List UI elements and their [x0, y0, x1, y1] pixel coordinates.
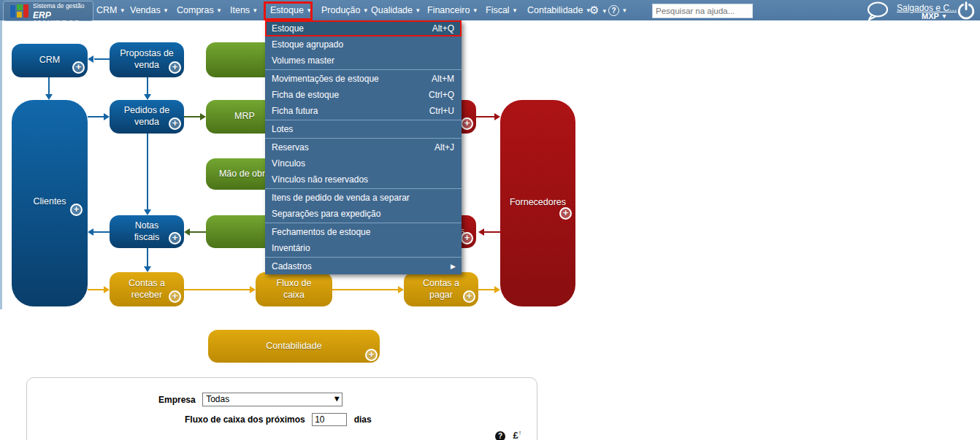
chevron-down-icon: ▾ [473, 7, 477, 14]
menu-separator [265, 188, 462, 189]
chevron-down-icon: ▾ [602, 7, 606, 15]
flow-box-pedidos-de-venda[interactable]: Pedidos de venda + [110, 100, 184, 134]
menu-item-estoque-agrupado[interactable]: Estoque agrupado [265, 36, 462, 53]
chevron-down-icon: ▾ [364, 7, 368, 14]
plus-icon[interactable]: + [463, 290, 475, 303]
fluxo-suffix-label: dias [354, 414, 372, 425]
fluxo-prefix-label: Fluxo de caixa dos próximos [185, 414, 305, 425]
chevron-down-icon: ▾ [623, 7, 627, 14]
flow-box-propostas-de-venda[interactable]: Propostas de venda + [110, 42, 184, 77]
nav-compras[interactable]: Compras▾ [177, 0, 221, 20]
menu-item-estoque[interactable]: EstoqueAlt+Q [265, 20, 462, 36]
cash-flow-filter-panel [26, 377, 537, 440]
help-icon[interactable]: ?▾ [608, 0, 627, 20]
settings-gear-icon[interactable]: ⚙▾ [589, 0, 606, 20]
nav-contabilidade[interactable]: Contabilidade▾ [527, 0, 590, 20]
logout-power-icon[interactable] [957, 1, 976, 23]
nav-producao[interactable]: Produção▾ [321, 0, 367, 20]
flow-arrow [478, 289, 494, 290]
menu-item-vinculos[interactable]: Vínculos [265, 155, 462, 171]
logo-block-green [17, 4, 23, 10]
currency-refresh-icon[interactable]: £↑ [513, 430, 521, 440]
flow-arrowhead [104, 113, 110, 120]
search-input[interactable] [652, 4, 753, 18]
plus-icon[interactable]: + [559, 207, 572, 220]
flow-box-contabilidade[interactable]: Contabilidade + [208, 330, 380, 363]
flow-arrowhead [494, 113, 500, 120]
menu-item-itens-de-pedido-de-venda-a-separar[interactable]: Itens de pedido de venda a separar [265, 190, 462, 206]
chevron-down-icon: ▾ [164, 7, 168, 14]
menu-item-ficha-futura[interactable]: Ficha futuraCtrl+U [265, 103, 462, 119]
menu-item-cadastros[interactable]: Cadastros ▶ [265, 258, 462, 274]
plus-icon[interactable]: + [169, 290, 181, 303]
nav-estoque[interactable]: Estoque▾ [270, 0, 310, 20]
menu-separator [265, 69, 462, 70]
nav-qualidade[interactable]: Qualidade▾ [371, 0, 420, 20]
flow-arrow [94, 58, 110, 60]
flow-arrowhead [478, 228, 484, 236]
plus-icon[interactable]: + [169, 117, 181, 130]
flow-arrow [88, 289, 104, 290]
plus-icon[interactable]: + [169, 61, 181, 74]
flow-arrowhead [494, 286, 500, 293]
flow-box-notas-fiscais[interactable]: Notas fiscais + [110, 215, 184, 248]
flow-arrow [332, 289, 398, 290]
account-org-selector[interactable]: MXP▾ [922, 12, 946, 20]
menu-item-reservas[interactable]: ReservasAlt+J [265, 139, 462, 155]
nav-itens[interactable]: Itens▾ [230, 0, 257, 20]
flow-arrow [147, 77, 148, 94]
app-logo[interactable]: Sistema de gestão ERP MAXIPROD [3, 1, 93, 21]
flow-arrowhead [45, 94, 53, 100]
menu-item-vinculos-nao-reservados[interactable]: Vínculos não reservados [265, 171, 462, 188]
plus-icon[interactable]: + [70, 204, 83, 216]
flow-arrow [93, 231, 110, 233]
flow-box-fluxo-de-caixa[interactable]: Fluxo de caixa [256, 272, 332, 306]
menu-item-lotes[interactable]: Lotes [265, 121, 462, 137]
fluxo-field-row: Fluxo de caixa dos próximos dias [185, 412, 372, 426]
flow-box-clientes[interactable]: Clientes + [12, 100, 88, 306]
nav-financeiro[interactable]: Financeiro▾ [427, 0, 477, 20]
flow-arrowhead [88, 228, 93, 236]
flow-arrowhead [184, 228, 190, 236]
plus-icon[interactable]: + [365, 349, 378, 361]
menu-item-inventario[interactable]: Inventário [265, 240, 462, 256]
erp-page: Sistema de gestão ERP MAXIPROD CRM▾ Vend… [0, 0, 980, 440]
chat-bubble-icon[interactable] [863, 1, 892, 23]
empresa-select[interactable]: Todas ▾ [202, 393, 342, 406]
menu-item-ficha-de-estoque[interactable]: Ficha de estoqueCtrl+Q [265, 87, 462, 103]
menu-item-fechamentos-de-estoque[interactable]: Fechamentos de estoque [265, 224, 462, 240]
menu-item-movimentacoes-de-estoque[interactable]: Movimentações de estoqueAlt+M [265, 71, 462, 87]
flow-arrowhead [88, 55, 93, 63]
menu-item-volumes-master[interactable]: Volumes master [265, 53, 462, 69]
top-navigation-bar: Sistema de gestão ERP MAXIPROD CRM▾ Vend… [0, 0, 980, 20]
flow-box-contas-a-receber[interactable]: Contas a receber + [110, 272, 184, 306]
flow-arrow [476, 116, 494, 117]
logo-block-yellow [17, 12, 22, 18]
nav-vendas[interactable]: Vendas▾ [130, 0, 167, 20]
select-chevron-icon: ▾ [334, 393, 339, 405]
plus-icon[interactable]: + [461, 232, 473, 244]
menu-separator [265, 223, 462, 223]
logo-block-blue [10, 5, 15, 18]
flow-box-fornecedores[interactable]: Fornecedores + [500, 100, 575, 306]
flow-arrow [88, 116, 104, 117]
flow-arrowhead [144, 209, 151, 215]
plus-icon[interactable]: + [169, 232, 181, 244]
flow-arrowhead [398, 286, 404, 293]
fluxo-days-input[interactable] [312, 413, 347, 426]
nav-crm[interactable]: CRM▾ [96, 0, 124, 20]
flow-box-contas-a-pagar[interactable]: Contas a pagar + [404, 272, 478, 306]
menu-item-separacoes-para-expedicao[interactable]: Separações para expedição [265, 206, 462, 222]
plus-icon[interactable]: + [72, 61, 85, 74]
flow-box-crm[interactable]: CRM + [12, 44, 88, 77]
nav-fiscal[interactable]: Fiscal▾ [486, 0, 516, 20]
flow-arrowhead [144, 94, 151, 100]
menu-separator [265, 138, 462, 139]
plus-icon[interactable]: + [461, 117, 473, 130]
flow-arrow [190, 231, 206, 233]
flow-arrow [184, 289, 250, 290]
help-question-icon[interactable]: ? [495, 431, 505, 440]
menu-separator [265, 257, 462, 258]
flow-arrowhead [200, 113, 206, 120]
panel-icons: ? £↑ [495, 428, 521, 440]
